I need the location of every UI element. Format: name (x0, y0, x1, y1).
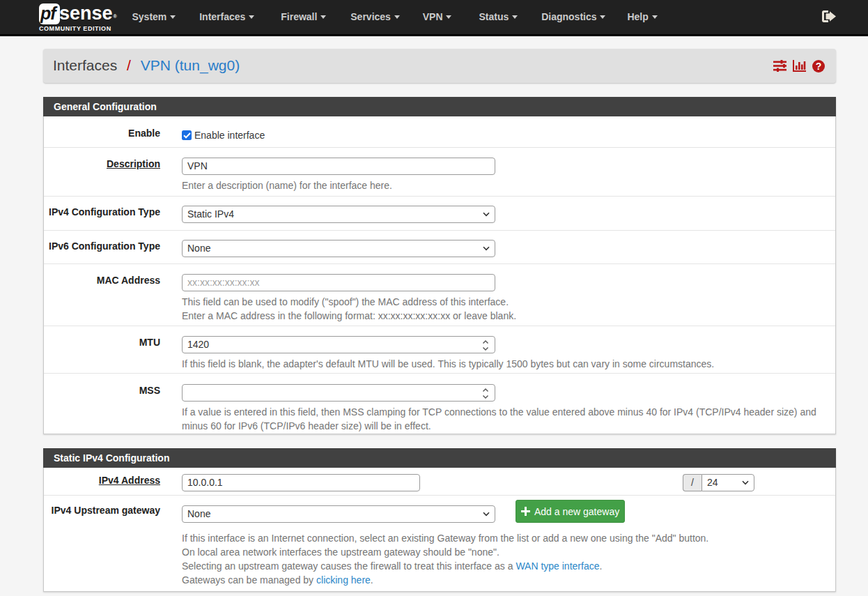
svg-text:?: ? (816, 61, 822, 72)
